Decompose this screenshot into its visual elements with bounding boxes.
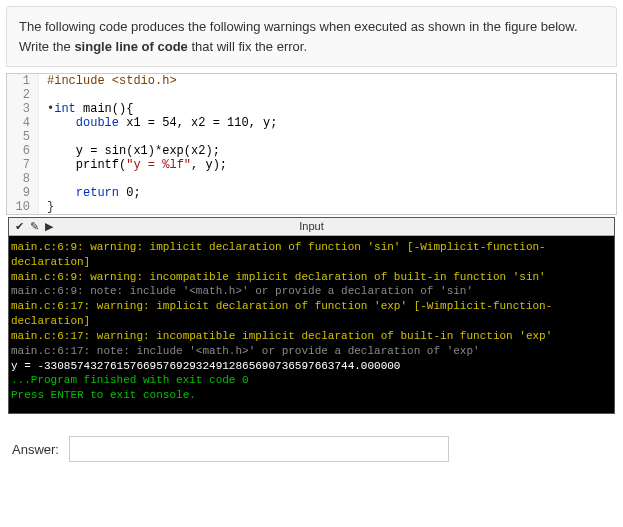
- function-decl: main(){: [76, 102, 134, 116]
- line-number: 10: [7, 200, 39, 214]
- console-line: y = -33085743276157669576929324912865690…: [11, 359, 608, 374]
- keyword: return: [47, 186, 119, 200]
- call: printf(: [47, 158, 126, 172]
- console-panel: ✔ ✎ ▶ Input main.c:6:9: warning: implici…: [8, 217, 615, 414]
- line-number: 2: [7, 88, 39, 102]
- console-line: Press ENTER to exit console.: [11, 388, 608, 403]
- brace: }: [39, 200, 54, 214]
- line-number: 4: [7, 116, 39, 130]
- return-val: 0;: [119, 186, 141, 200]
- console-line: main.c:6:17: note: include '<math.h>' or…: [11, 344, 608, 359]
- answer-label: Answer:: [12, 442, 59, 457]
- answer-input[interactable]: [69, 436, 449, 462]
- line-number: 5: [7, 130, 39, 144]
- pencil-icon[interactable]: ✎: [30, 219, 39, 234]
- console-line: main.c:6:17: warning: implicit declarati…: [11, 299, 608, 329]
- line-number: 9: [7, 186, 39, 200]
- check-icon[interactable]: ✔: [15, 219, 24, 234]
- line-number: 1: [7, 74, 39, 88]
- type: double: [47, 116, 119, 130]
- line-number: 3: [7, 102, 39, 116]
- console-line: main.c:6:17: warning: incompatible impli…: [11, 329, 608, 344]
- answer-row: Answer:: [6, 436, 617, 462]
- code-editor: 1#include <stdio.h> 2 3•int main(){ 4 do…: [6, 73, 617, 215]
- line-number: 6: [7, 144, 39, 158]
- console-header: ✔ ✎ ▶ Input: [9, 218, 614, 236]
- console-line: main.c:6:9: warning: incompatible implic…: [11, 270, 608, 285]
- console-tab-label: Input: [299, 220, 323, 232]
- statement: y = sin(x1)*exp(x2);: [47, 144, 220, 158]
- console-line: ...Program finished with exit code 0: [11, 373, 608, 388]
- blank-line: [39, 88, 47, 102]
- blank-line: [39, 130, 47, 144]
- question-part2: that will fix the error.: [188, 39, 307, 54]
- console-line: main.c:6:9: warning: implicit declaratio…: [11, 240, 608, 270]
- blank-line: [39, 172, 47, 186]
- console-line: main.c:6:9: note: include '<math.h>' or …: [11, 284, 608, 299]
- line-number: 7: [7, 158, 39, 172]
- string-literal: "y = %lf": [126, 158, 191, 172]
- preprocessor: #include <stdio.h>: [47, 74, 177, 88]
- question-text: The following code produces the followin…: [6, 6, 617, 67]
- run-icon[interactable]: ▶: [45, 219, 53, 234]
- keyword: int: [54, 102, 76, 116]
- console-output: main.c:6:9: warning: implicit declaratio…: [9, 236, 614, 413]
- line-number: 8: [7, 172, 39, 186]
- call-end: , y);: [191, 158, 227, 172]
- question-bold: single line of code: [74, 39, 187, 54]
- declaration: x1 = 54, x2 = 110, y;: [119, 116, 277, 130]
